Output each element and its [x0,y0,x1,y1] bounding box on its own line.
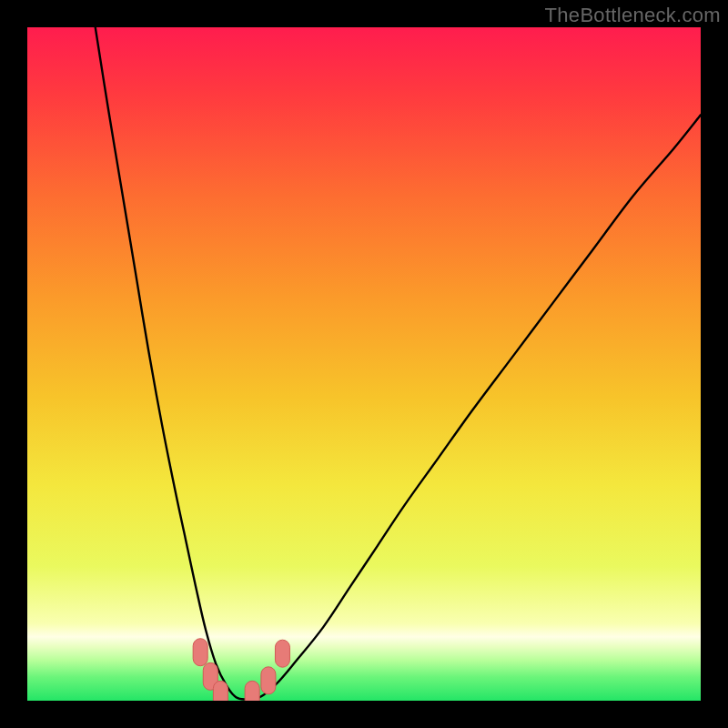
gradient-background [27,27,701,701]
curve-marker [193,639,207,666]
chart-frame: TheBottleneck.com [0,0,728,728]
bottleneck-chart [27,27,701,701]
watermark-label: TheBottleneck.com [545,4,721,27]
curve-marker [245,681,259,701]
curve-marker [275,640,289,667]
curve-marker [261,667,276,694]
plot-area [27,27,701,701]
curve-marker [213,681,228,701]
